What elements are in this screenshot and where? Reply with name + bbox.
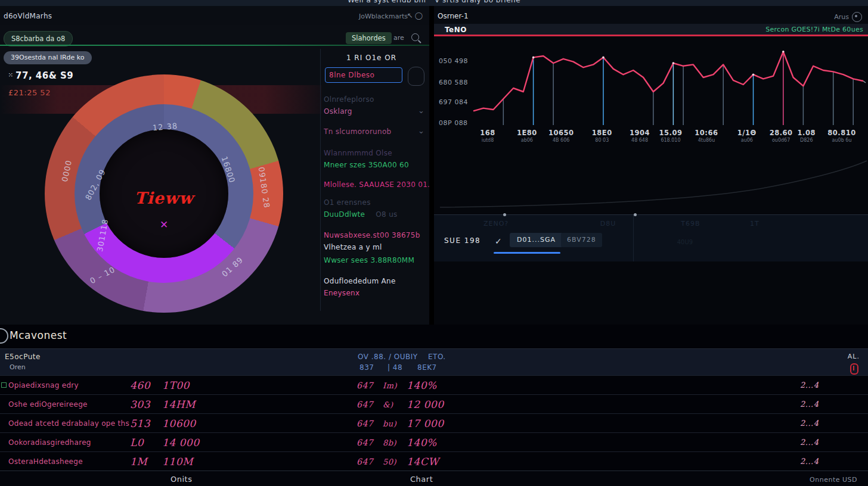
donut-chart[interactable]: 12 3816800000009180 28802, 093011180 – 1… bbox=[45, 74, 283, 313]
sidebar-label: O1 erensnes bbox=[324, 198, 371, 207]
right-panel-account[interactable]: Arus bbox=[834, 13, 849, 21]
col-header-mid2c[interactable]: 8EK7 bbox=[417, 363, 437, 372]
section-title: Mcavonest bbox=[10, 329, 67, 341]
x-axis-tick: 190448 648 bbox=[630, 129, 650, 143]
chevron-down-icon[interactable]: ⌄ bbox=[418, 126, 424, 135]
cell-v2: 14HM bbox=[162, 398, 196, 410]
cell-v6: 2...4 bbox=[800, 457, 819, 466]
col-header-mid2a[interactable]: 837 bbox=[359, 363, 374, 372]
cell-v3: 647 bbox=[356, 381, 373, 390]
cell-v1: L0 bbox=[130, 437, 144, 448]
sidebar-pair: DuuDdlwte O8 us bbox=[324, 210, 398, 219]
right-panel: Osrner-1 Arus TeNO Sercon GOES!7i MtDe 6… bbox=[434, 6, 868, 325]
cell-v4: bu) bbox=[383, 419, 396, 428]
cell-v6: 2...4 bbox=[800, 400, 819, 409]
active-range-indicator bbox=[494, 252, 560, 254]
cell-v1: 513 bbox=[130, 418, 150, 429]
cell-v6: 2...4 bbox=[800, 419, 819, 428]
sidebar-value: Eneysenx bbox=[324, 289, 359, 297]
amount-input[interactable] bbox=[325, 67, 402, 83]
ghost-icon[interactable] bbox=[408, 67, 424, 86]
sidebar-divider bbox=[320, 49, 321, 311]
range-button-primary[interactable]: D01...SGA bbox=[510, 233, 563, 247]
slider-handle-left[interactable] bbox=[503, 213, 506, 216]
right-panel-title: Osrner-1 bbox=[438, 12, 469, 20]
col-header-mid1b[interactable]: ETO. bbox=[428, 353, 446, 361]
positions-section: Mcavonest E5ocPute Oren OV .88. / OUBIY … bbox=[0, 325, 868, 486]
cell-v5: 12 000 bbox=[407, 398, 444, 410]
col-header-mid1[interactable]: OV .88. / OUBIY bbox=[358, 353, 418, 361]
target-icon[interactable] bbox=[852, 12, 862, 22]
price-line-chart[interactable] bbox=[470, 37, 867, 128]
donut-center-title: Tieww bbox=[134, 189, 193, 207]
sidebar-value: Vlhetzea a y ml bbox=[324, 243, 382, 251]
cell-v3: 647 bbox=[356, 400, 373, 409]
cell-v5: 140% bbox=[407, 437, 437, 448]
col-header-name[interactable]: E5ocPute bbox=[5, 353, 41, 361]
cell-v1: 1M bbox=[130, 456, 147, 468]
table-row[interactable]: Oshe ediOgereireege30314HM647&)12 0002..… bbox=[0, 394, 868, 414]
cell-v4: Im) bbox=[383, 381, 397, 390]
donut-close-icon[interactable]: ✕ bbox=[160, 219, 168, 230]
overview-curve bbox=[434, 148, 868, 216]
sidebar-pair-value: O8 us bbox=[373, 210, 397, 219]
cell-name: Oshe ediOgereireege bbox=[8, 400, 88, 409]
sidebar-value: Wwser sees 3.88R80MM bbox=[324, 256, 414, 264]
cell-v2: 1T00 bbox=[162, 379, 190, 391]
cell-v4: &) bbox=[383, 400, 393, 409]
cell-v5: 140% bbox=[407, 379, 437, 391]
right-panel-header bbox=[434, 6, 868, 24]
section-icon bbox=[0, 328, 8, 344]
y-axis-tick: 697 084 bbox=[439, 98, 468, 106]
sidebar-value: Nuwsabxese.st00 38675b bbox=[324, 231, 420, 239]
cell-v3: 647 bbox=[356, 419, 373, 428]
y-axis-tick: 050 498 bbox=[439, 57, 468, 65]
range-slider-band: ZENO?D8UT69B1T 40U9 SUE 198 ✓ D01...SGA … bbox=[434, 214, 868, 261]
table-row[interactable]: OokoradiasgiredharegL014 0006478b)140%2.… bbox=[0, 432, 868, 452]
left-panel: d6oVldMarhs JoWblackmarts ↖◯ S8cbarba da… bbox=[0, 6, 429, 325]
view-toggle-units[interactable]: Onits bbox=[170, 475, 192, 484]
range-button-secondary[interactable]: 6BV728 bbox=[561, 233, 602, 247]
table-row[interactable]: Opiaedixsnag edry4601T00647Im)140%2...4 bbox=[0, 375, 868, 395]
tab-teno[interactable]: TeNO bbox=[445, 26, 467, 34]
cell-v3: 647 bbox=[356, 438, 373, 447]
cell-v4: 8b) bbox=[383, 438, 396, 447]
tab-red-underline bbox=[434, 35, 868, 36]
toolbar-label: SUE 198 bbox=[444, 236, 480, 245]
sidebar-value: Odufloededum Ane bbox=[324, 277, 396, 285]
currency-label[interactable]: Onnente USD bbox=[810, 476, 857, 484]
y-axis-tick: 08P 088 bbox=[439, 119, 468, 127]
band-label: 1T bbox=[750, 220, 760, 228]
order-sidebar: 1 RI O1e OR OlnrefeplorsoOsklarg⌄Tn slcu… bbox=[324, 6, 428, 325]
slider-handle-right[interactable] bbox=[634, 213, 637, 216]
cell-v2: 14 000 bbox=[162, 437, 199, 448]
cell-name: Ookoradiasgiredhareg bbox=[8, 438, 91, 447]
lock-icon[interactable] bbox=[850, 363, 858, 375]
x-axis-tick: 106504B 606 bbox=[548, 129, 574, 143]
table-row[interactable]: Odead atcetd edrabalay ope ths5131060064… bbox=[0, 413, 868, 433]
cell-v3: 647 bbox=[356, 457, 373, 466]
filter-pill[interactable]: 39Osestda nal IRde ko bbox=[4, 51, 92, 64]
stat-prefix-icon: ⁙ bbox=[8, 72, 13, 78]
sidebar-value: Mneer szes 3S0A00 60 bbox=[324, 161, 409, 169]
x-axis-tick: 10:664tu86u bbox=[695, 129, 718, 143]
chevron-down-icon[interactable]: ⌄ bbox=[418, 106, 424, 115]
check-icon[interactable]: ✓ bbox=[495, 236, 502, 246]
cell-v2: 110M bbox=[162, 456, 193, 468]
col-header-sub[interactable]: Oren bbox=[10, 363, 26, 371]
y-axis-tick: 680 588 bbox=[439, 79, 468, 86]
row-marker-icon bbox=[1, 382, 7, 388]
table-header: E5ocPute Oren OV .88. / OUBIY ETO. 837 |… bbox=[0, 348, 868, 376]
browser-title-bar: Well a syst'erldb bhr · V srtls draly bo… bbox=[0, 0, 868, 6]
left-panel-title: d6oVldMarhs bbox=[4, 12, 52, 20]
cell-v2: 10600 bbox=[162, 418, 196, 429]
cell-v5: 14CW bbox=[407, 456, 439, 468]
sidebar-dropdown[interactable]: Tn slcumororunob bbox=[324, 127, 392, 136]
col-header-mid2b[interactable]: | 48 bbox=[388, 363, 402, 372]
band-label: ZENO? bbox=[483, 220, 509, 228]
sidebar-dropdown[interactable]: Osklarg bbox=[324, 107, 352, 116]
x-axis-tick: 80.810au0b 6u bbox=[827, 129, 855, 143]
app-window: Well a syst'erldb bhr · V srtls draly bo… bbox=[0, 0, 868, 486]
table-row[interactable]: OsteraHdetasheege1M110M64750)14CW2...4 bbox=[0, 451, 868, 471]
view-toggle-chart[interactable]: Chart bbox=[410, 475, 433, 484]
